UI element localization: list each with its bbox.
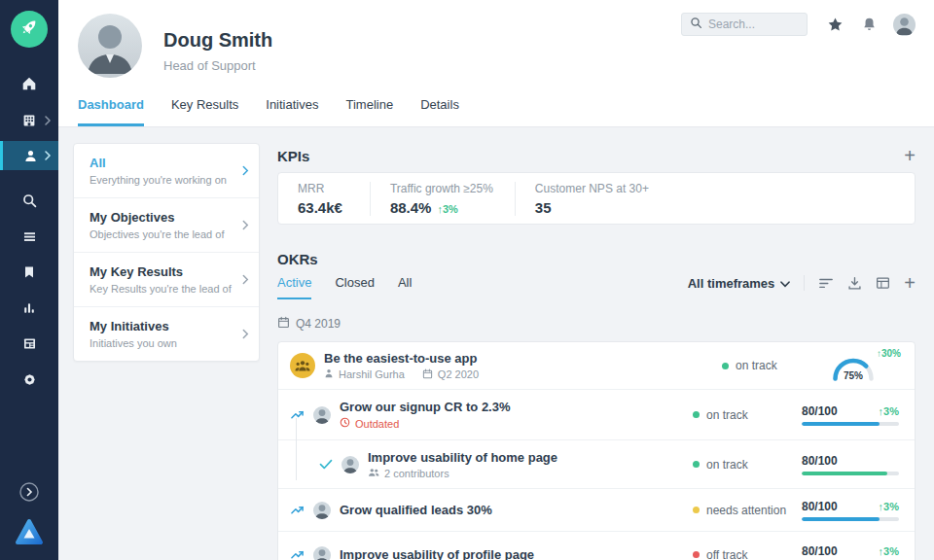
chevron-right-icon bbox=[242, 217, 249, 234]
sidebar-item-bookmark[interactable] bbox=[0, 258, 58, 287]
status-text: on track bbox=[736, 359, 777, 372]
status-badge: on track bbox=[693, 408, 802, 422]
download-icon[interactable] bbox=[847, 276, 862, 291]
filter-subtitle: Objectives you're the lead of bbox=[90, 228, 232, 240]
kpi-value: 63.4k€ bbox=[298, 199, 342, 216]
account-avatar[interactable] bbox=[893, 14, 916, 36]
progress-value: 80/100 bbox=[802, 404, 838, 418]
rocket-icon bbox=[18, 16, 41, 43]
filter-my-objectives[interactable]: My Objectives Objectives you're the lead… bbox=[74, 197, 259, 252]
tab-dashboard[interactable]: Dashboard bbox=[78, 97, 144, 126]
objective-period: Q2 2020 bbox=[438, 368, 479, 380]
kpi-label: Customer NPS at 30+ bbox=[535, 182, 649, 195]
progress-value: 80/100 bbox=[802, 454, 838, 468]
progress-delta: ↑3% bbox=[879, 501, 899, 512]
chevron-right-icon bbox=[44, 151, 52, 160]
sidebar-expand-button[interactable] bbox=[0, 480, 58, 504]
sidebar-item-analytics[interactable] bbox=[0, 294, 58, 323]
search-input[interactable] bbox=[708, 18, 796, 31]
chevron-right-icon bbox=[242, 326, 249, 343]
gauge-delta: ↑30% bbox=[877, 348, 901, 359]
favorites-button[interactable] bbox=[827, 17, 844, 37]
key-result-title: Grow our signup CR to 2.3% bbox=[340, 400, 511, 414]
add-kpi-button[interactable]: + bbox=[904, 148, 916, 163]
progress-value: 80/100 bbox=[802, 500, 838, 513]
sidebar-item-home[interactable] bbox=[0, 69, 58, 98]
page-header: Doug Smith Head of Support Dashboard Key… bbox=[58, 0, 934, 127]
home-icon bbox=[20, 75, 38, 92]
brand-logo[interactable] bbox=[0, 515, 58, 548]
okr-row-key-result[interactable]: Grow our signup CR to 2.3% Outdated on t… bbox=[278, 389, 915, 439]
tab-key-results[interactable]: Key Results bbox=[171, 97, 238, 126]
progress: 80/100 bbox=[802, 454, 899, 475]
filter-subtitle: Key Results you're the lead of bbox=[90, 283, 232, 295]
kpi-customer-nps[interactable]: Customer NPS at 30+ 35 bbox=[515, 182, 670, 216]
okr-tab-active[interactable]: Active bbox=[277, 275, 311, 299]
okr-row-key-result[interactable]: Grow qualified leads 30% needs attention… bbox=[278, 488, 915, 531]
status-dot bbox=[722, 363, 729, 369]
filter-my-key-results[interactable]: My Key Results Key Results you're the le… bbox=[74, 252, 259, 306]
status-dot bbox=[693, 507, 700, 513]
bell-icon bbox=[862, 19, 877, 36]
avatar bbox=[313, 502, 331, 519]
sidebar-item-company[interactable] bbox=[0, 106, 58, 135]
progress: 80/100 ↑3% bbox=[802, 404, 899, 426]
app-logo[interactable] bbox=[11, 11, 48, 48]
initiative-title: Improve usability of home page bbox=[368, 450, 557, 465]
gauge-value: 75% bbox=[844, 370, 863, 381]
kpi-card: MRR 63.4k€ Traffic growth ≥25% 88.4% ↑3%… bbox=[277, 172, 916, 225]
newspaper-icon bbox=[21, 335, 38, 352]
okr-tab-all[interactable]: All bbox=[398, 275, 412, 299]
okr-row-key-result[interactable]: Improve usability of profile page off tr… bbox=[278, 531, 915, 560]
person-icon bbox=[22, 148, 39, 164]
timeframe-group[interactable]: Q4 2019 bbox=[277, 316, 916, 332]
avatar bbox=[313, 406, 331, 424]
timeframe-group-label: Q4 2019 bbox=[296, 317, 341, 331]
filter-my-initiatives[interactable]: My Initiatives Initiatives you own bbox=[74, 306, 259, 361]
tab-timeline[interactable]: Timeline bbox=[345, 97, 393, 126]
kpi-mrr[interactable]: MRR 63.4k€ bbox=[278, 182, 370, 216]
clock-icon bbox=[340, 417, 350, 430]
sidebar-item-list[interactable] bbox=[0, 222, 58, 251]
trend-up-icon bbox=[290, 502, 305, 519]
sidebar-item-news[interactable] bbox=[0, 329, 58, 358]
bar-chart-icon bbox=[21, 300, 37, 316]
check-icon bbox=[319, 456, 333, 473]
progress-bar bbox=[802, 422, 899, 426]
timeframe-dropdown-label: All timeframes bbox=[688, 276, 775, 291]
chevron-right-icon bbox=[242, 162, 249, 180]
search-box[interactable] bbox=[681, 13, 808, 36]
okr-row-objective[interactable]: Be the easiest-to-use app Harshil Gurha … bbox=[278, 342, 915, 389]
kpi-value: 88.4% bbox=[390, 199, 432, 216]
okr-row-initiative[interactable]: Improve usability of home page 2 contrib… bbox=[278, 439, 915, 488]
table-view-icon[interactable] bbox=[876, 276, 890, 290]
kpi-traffic-growth[interactable]: Traffic growth ≥25% 88.4% ↑3% bbox=[370, 182, 515, 216]
okr-tab-closed[interactable]: Closed bbox=[335, 275, 374, 299]
sort-icon[interactable] bbox=[818, 276, 834, 290]
key-result-title: Grow qualified leads 30% bbox=[340, 503, 492, 517]
okrs-title: OKRs bbox=[277, 251, 318, 267]
divider bbox=[804, 275, 805, 291]
notifications-button[interactable] bbox=[862, 17, 877, 37]
progress-delta: ↑3% bbox=[879, 405, 899, 417]
tab-initiatives[interactable]: Initiatives bbox=[266, 97, 318, 126]
status-text: on track bbox=[706, 458, 748, 472]
sidebar-item-settings[interactable] bbox=[0, 365, 58, 394]
add-okr-button[interactable]: + bbox=[904, 275, 916, 291]
status-dot bbox=[693, 411, 700, 418]
user-name: Doug Smith bbox=[163, 29, 272, 52]
sidebar-item-profile[interactable] bbox=[0, 141, 58, 170]
calendar-icon bbox=[277, 316, 290, 332]
sidebar-item-search[interactable] bbox=[0, 186, 58, 215]
kpi-label: MRR bbox=[298, 182, 348, 195]
timeframe-dropdown[interactable]: All timeframes bbox=[688, 276, 791, 291]
tab-details[interactable]: Details bbox=[420, 97, 459, 126]
okr-tabs: Active Closed All bbox=[277, 275, 412, 299]
progress-delta: ↑3% bbox=[879, 545, 899, 557]
filter-title: My Initiatives bbox=[90, 319, 232, 333]
filter-panel: All Everything you're working on My Obje… bbox=[73, 143, 260, 362]
filter-title: My Objectives bbox=[90, 210, 232, 225]
status-text: needs attention bbox=[706, 504, 786, 517]
filter-all[interactable]: All Everything you're working on bbox=[74, 144, 259, 197]
contributors-label: 2 contributors bbox=[384, 468, 449, 479]
